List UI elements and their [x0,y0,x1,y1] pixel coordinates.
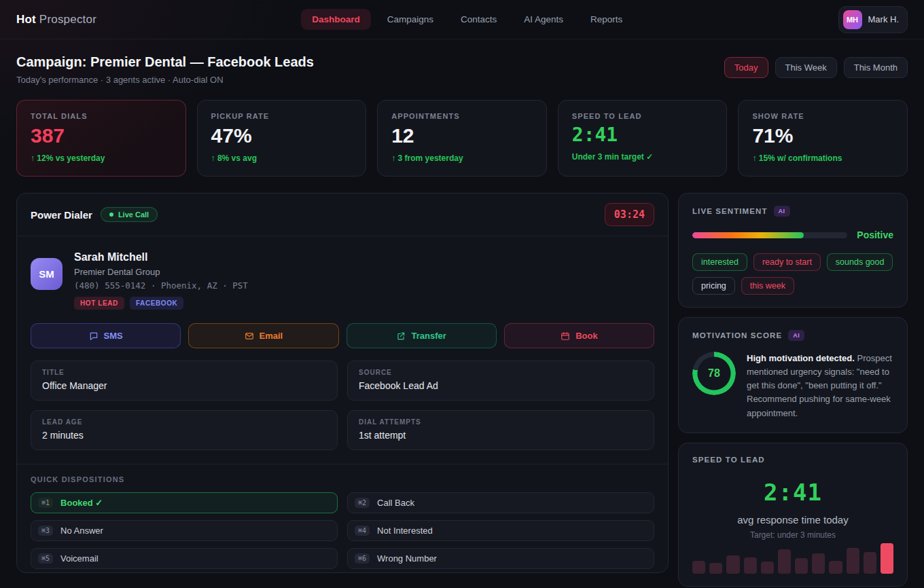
disposition-wrong-number-button[interactable]: ⌘6 Wrong Number [347,548,654,569]
dialer-title: Power Dialer [31,209,92,221]
field-dial-attempts: DIAL ATTEMPTS 1st attempt [347,410,654,450]
contact-phone: (480) 555-0142 · Phoenix, AZ · PST [74,280,248,291]
speed-bar [847,548,859,574]
motivation-heading: MOTIVATION SCORE [692,331,782,339]
speed-bar [812,553,825,574]
speed-target: Target: under 3 minutes [692,530,893,540]
live-call-badge: Live Call [101,207,158,222]
sentiment-tag: pricing [692,277,735,295]
disposition-voicemail-button[interactable]: ⌘5 Voicemail [31,548,338,569]
sentiment-tag: interested [692,253,747,271]
speed-bar [726,555,739,574]
stat-value: 2:41 [572,126,713,145]
disposition-not-interested-button[interactable]: ⌘4 Not Interested [347,520,654,541]
nav-item-reports[interactable]: Reports [580,9,633,30]
stat-delta: ↑ 12% vs yesterday [31,153,172,163]
brand-bold: Hot [16,13,36,26]
field-label: LEAD AGE [42,418,326,426]
motivation-ring-gauge: 78 [692,352,736,395]
transfer-label: Transfer [411,331,446,341]
motivation-text: High motivation detected. Prospect menti… [747,352,893,420]
stats-row: TOTAL DIALS 387 ↑ 12% vs yesterday PICKU… [16,100,908,177]
speed-caption: avg response time today [692,514,893,526]
sms-button[interactable]: SMS [31,323,181,348]
speed-bar [761,562,774,574]
dialer-header: Power Dialer Live Call 03:24 [17,194,668,236]
speed-bar [744,557,757,574]
ai-badge: AI [774,206,790,217]
sentiment-tag: sounds good [827,253,893,271]
nav-item-dashboard[interactable]: Dashboard [301,9,371,30]
nav-item-ai-agents[interactable]: AI Agents [513,9,574,30]
transfer-button[interactable]: Transfer [346,323,497,348]
disposition-call-back-button[interactable]: ⌘2 Call Back [347,492,654,513]
field-label: SOURCE [359,369,643,376]
speed-bar [709,563,722,574]
speed-to-lead-card: SPEED TO LEAD 2:41 avg response time tod… [678,443,908,587]
motivation-score: 78 [692,352,736,395]
nav-item-contacts[interactable]: Contacts [450,9,508,30]
brand-logo[interactable]: Hot Prospector [16,13,96,26]
top-nav: Hot Prospector Dashboard Campaigns Conta… [0,0,924,39]
avatar: MH [843,10,862,29]
hot-lead-tag: HOT LEAD [74,297,124,310]
live-call-label: Live Call [118,210,149,219]
page-header: Campaign: Premier Dental — Facebook Lead… [16,54,908,85]
user-name: Mark H. [868,14,900,24]
disposition-no-answer-button[interactable]: ⌘3 No Answer [31,520,338,541]
book-label: Book [575,331,598,341]
facebook-tag: FACEBOOK [130,297,183,310]
quick-dispositions: QUICK DISPOSITIONS ⌘1 Booked ✓ ⌘2 Call B… [17,464,668,583]
speed-bar [778,549,791,574]
speed-bar-chart [692,540,893,574]
nav-item-campaigns[interactable]: Campaigns [376,9,444,30]
period-week-button[interactable]: This Week [775,57,837,78]
stat-card-show-rate: SHOW RATE 71% ↑ 15% w/ confirmations [738,100,908,177]
calendar-icon [561,331,570,341]
sentiment-tag: this week [741,277,794,295]
sentiment-value: Positive [857,229,893,240]
field-title: TITLE Office Manager [31,361,338,401]
field-label: DIAL ATTEMPTS [359,418,643,426]
field-value: 2 minutes [42,430,326,441]
speed-bar [881,543,893,574]
stat-value: 47% [211,126,353,146]
stat-card-pickup-rate: PICKUP RATE 47% ↑ 8% vs avg [197,100,367,177]
brand-light: Prospector [36,13,96,26]
page-subtitle: Today's performance · 3 agents active · … [16,75,314,85]
chat-icon [89,331,99,341]
speed-value: 2:41 [692,479,893,506]
ai-badge: AI [788,330,804,341]
period-month-button[interactable]: This Month [844,57,908,78]
user-menu[interactable]: MH Mark H. [838,6,908,33]
call-timer: 03:24 [605,203,654,226]
speed-heading: SPEED TO LEAD [692,456,765,464]
field-value: Office Manager [42,380,326,391]
email-button[interactable]: Email [188,323,338,348]
speed-bar [864,552,876,574]
stat-card-appointments: APPOINTMENTS 12 ↑ 3 from yesterday [377,100,547,177]
stat-value: 71% [752,126,893,146]
speed-bar [692,561,705,574]
sentiment-tag: ready to start [753,253,821,271]
stat-delta: ↑ 8% vs avg [211,153,353,163]
lead-info-grid: TITLE Office Manager SOURCE Facebook Lea… [17,361,668,464]
book-button[interactable]: Book [504,323,654,348]
contact-tags: HOT LEAD FACEBOOK [74,297,248,310]
stat-card-total-dials: TOTAL DIALS 387 ↑ 12% vs yesterday [16,100,186,177]
field-value: Facebook Lead Ad [359,380,643,391]
motivation-score-card: MOTIVATION SCORE AI 78 High motivation d… [678,317,908,433]
stat-label: PICKUP RATE [211,112,353,120]
field-lead-age: LEAD AGE 2 minutes [31,410,338,450]
contact-avatar: SM [31,258,63,290]
shortcut-key: ⌘3 [38,526,53,536]
sentiment-track [692,232,847,238]
disposition-booked-button[interactable]: ⌘1 Booked ✓ [31,492,338,513]
stat-value: 387 [31,126,172,146]
dispositions-heading: QUICK DISPOSITIONS [31,475,654,483]
speed-bar [795,558,808,574]
stat-delta: ↑ 15% w/ confirmations [752,153,893,163]
main-nav: Dashboard Campaigns Contacts AI Agents R… [301,9,633,30]
period-today-button[interactable]: Today [724,57,768,78]
stat-label: SHOW RATE [752,112,893,120]
